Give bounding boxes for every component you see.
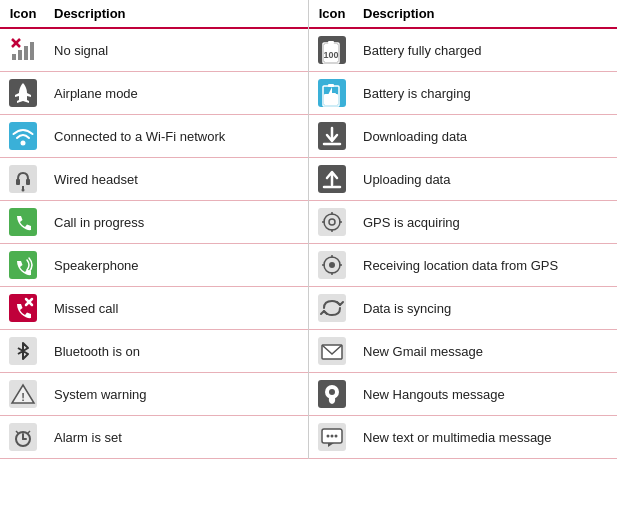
svg-text:!: ! [21,391,25,403]
table-row: New text or multimedia message [309,416,617,459]
description-cell: New Gmail message [355,330,617,373]
svg-rect-11 [26,179,30,185]
right-icon-header: Icon [309,0,355,28]
icon-table: Icon Description No signal Airplane mode… [0,0,617,459]
download-icon [309,115,355,158]
table-row: Call in progress [0,201,308,244]
table-row: Uploading data [309,158,617,201]
svg-point-13 [22,189,25,192]
right-desc-header: Description [355,0,617,28]
table-row: No signal [0,28,308,72]
description-cell: Battery is charging [355,72,617,115]
description-cell: New Hangouts message [355,373,617,416]
sync-icon [309,287,355,330]
description-cell: Receiving location data from GPS [355,244,617,287]
table-row: Speakerphone [0,244,308,287]
svg-point-66 [335,435,338,438]
bluetooth-icon [0,330,46,373]
svg-rect-0 [12,54,16,60]
left-column: Icon Description No signal Airplane mode… [0,0,308,459]
description-cell: Downloading data [355,115,617,158]
description-cell: System warning [46,373,308,416]
table-row: Data is syncing [309,287,617,330]
svg-rect-56 [318,294,346,322]
description-cell: Missed call [46,287,308,330]
svg-point-51 [329,262,335,268]
description-cell: Airplane mode [46,72,308,115]
description-cell: Wired headset [46,158,308,201]
sms-icon [309,416,355,459]
description-cell: Battery fully charged [355,28,617,72]
table-row: Receiving location data from GPS [309,244,617,287]
description-cell: Alarm is set [46,416,308,459]
speakerphone-icon [0,244,46,287]
table-row: Connected to a Wi-Fi network [0,115,308,158]
description-cell: Connected to a Wi-Fi network [46,115,308,158]
svg-rect-35 [328,84,334,87]
table-row: Alarm is set [0,416,308,459]
description-cell: Uploading data [355,158,617,201]
svg-rect-2 [24,46,28,60]
right-column: Icon Description 100 Battery fully charg… [309,0,617,459]
table-row: 100 Battery fully charged [309,28,617,72]
airplane-icon [0,72,46,115]
battery-charging-icon [309,72,355,115]
description-cell: Bluetooth is on [46,330,308,373]
table-row: Missed call [0,287,308,330]
description-cell: GPS is acquiring [355,201,617,244]
svg-rect-1 [18,50,22,60]
description-cell: New text or multimedia message [355,416,617,459]
call-icon [0,201,46,244]
table-row: Downloading data [309,115,617,158]
left-icon-header: Icon [0,0,46,28]
table-row: Airplane mode [0,72,308,115]
table-row: GPS is acquiring [309,201,617,244]
gps-receiving-icon [309,244,355,287]
alarm-icon [0,416,46,459]
svg-point-8 [21,141,26,146]
table-row: Battery is charging [309,72,617,115]
svg-point-64 [327,435,330,438]
table-row: New Gmail message [309,330,617,373]
upload-icon [309,158,355,201]
svg-rect-14 [9,208,37,236]
svg-rect-3 [30,42,34,60]
wifi-icon [0,115,46,158]
table-row: Wired headset [0,158,308,201]
table-row: Bluetooth is on [0,330,308,373]
no-signal-icon [0,28,46,72]
svg-point-65 [331,435,334,438]
gps-acquiring-icon [309,201,355,244]
svg-rect-10 [16,179,20,185]
svg-rect-37 [324,94,338,105]
headset-icon [0,158,46,201]
description-cell: Speakerphone [46,244,308,287]
table-row: ! System warning [0,373,308,416]
left-desc-header: Description [46,0,308,28]
description-cell: No signal [46,28,308,72]
svg-rect-30 [328,41,334,44]
hangouts-icon [309,373,355,416]
svg-point-61 [329,389,335,395]
gmail-icon [309,330,355,373]
battery-full-icon: 100 [309,28,355,72]
missed-call-icon [0,287,46,330]
warning-icon: ! [0,373,46,416]
table-row: New Hangouts message [309,373,617,416]
svg-text:100: 100 [323,50,338,60]
description-cell: Call in progress [46,201,308,244]
svg-rect-15 [9,251,37,279]
description-cell: Data is syncing [355,287,617,330]
